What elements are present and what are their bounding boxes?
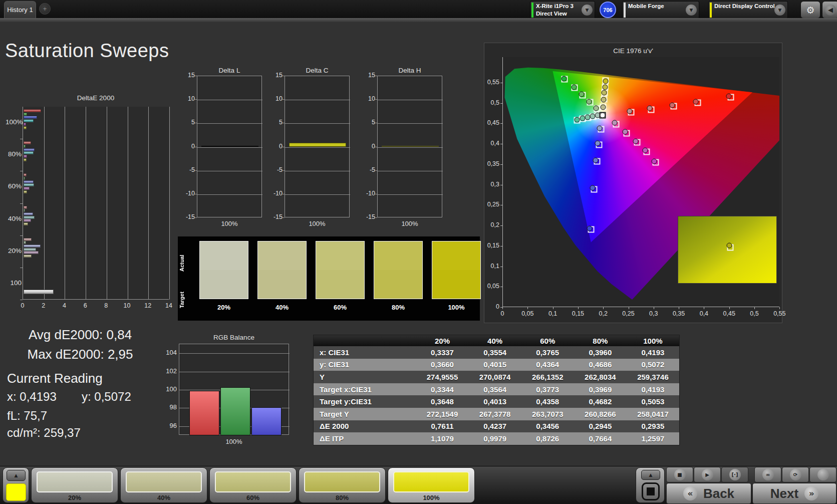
- settings-gear-button[interactable]: ⚙: [800, 1, 820, 19]
- y-tick-label: -15: [363, 213, 375, 220]
- table-cell: 1,2597: [627, 432, 679, 445]
- tab-history-1[interactable]: History 1: [4, 1, 36, 18]
- patch-tile-100%[interactable]: 100%: [388, 467, 475, 503]
- gridline: [285, 100, 350, 100]
- cie-point-yellow: [601, 97, 607, 102]
- y-tick-label: -10: [270, 190, 283, 197]
- swatch-target: [432, 270, 480, 299]
- x-axis-label: 100%: [285, 220, 350, 227]
- patch-list-up-button[interactable]: ▲: [7, 470, 26, 481]
- transport-continuous-button[interactable]: ∞: [754, 467, 781, 482]
- transport-play-button[interactable]: ▶: [694, 467, 721, 482]
- axis-tick: [20, 235, 23, 236]
- gridline: [179, 353, 290, 354]
- table-cell: 0,4686: [574, 359, 627, 371]
- next-button[interactable]: Next»: [752, 483, 836, 504]
- gridline: [197, 171, 262, 171]
- x-tick-label: 0: [493, 310, 511, 317]
- table-row: y: CIE310,36600,40150,43640,46860,5072: [314, 359, 679, 371]
- table-cell: 0,3765: [521, 346, 574, 359]
- y-tick-label: 5: [363, 119, 375, 126]
- page-title: Saturation Sweeps: [5, 40, 169, 62]
- avg-de2000: Avg dE2000: 0,84: [5, 327, 155, 343]
- swatch-label: 60%: [316, 304, 365, 311]
- x-tick-label: 8: [99, 302, 113, 309]
- chevron-down-icon[interactable]: ▼: [582, 5, 593, 16]
- back-button[interactable]: «Back: [666, 483, 751, 504]
- cie-point-red: [693, 99, 699, 104]
- device-label-line1: Direct Display Control: [714, 3, 775, 9]
- y-tick-label: 0,4: [481, 140, 499, 147]
- table-cell: 0,9979: [469, 432, 521, 445]
- x-axis-tick: [654, 307, 654, 309]
- gridline: [148, 107, 149, 300]
- table-header-cell: 60%: [521, 335, 574, 346]
- chevron-down-icon[interactable]: ▼: [774, 5, 785, 16]
- deltae-bar-green: [24, 209, 25, 212]
- patch-tile-40%[interactable]: 40%: [120, 467, 207, 503]
- table-header-cell: 20%: [416, 335, 468, 346]
- swatch-actual: [258, 241, 306, 270]
- deltae-bar-magenta: [24, 123, 26, 126]
- deltae2000-plot: [23, 107, 169, 300]
- group-label: 80%: [6, 150, 22, 158]
- continuous-icon: ∞: [762, 469, 774, 480]
- display-window-tile: ▲: [636, 467, 665, 503]
- gridline: [285, 171, 350, 171]
- deltae-bar-cyan: [24, 151, 34, 154]
- x-tick-label: 12: [141, 302, 155, 309]
- device-accent-bar: [624, 3, 626, 18]
- y-tick-label: 102: [163, 367, 177, 375]
- device-dropdown-mobile-forge[interactable]: Mobile Forge▼: [622, 1, 699, 19]
- device-accent-bar: [531, 3, 533, 18]
- deltae-bar-red: [24, 206, 27, 209]
- cie-point-red: [627, 108, 633, 114]
- add-tab-button[interactable]: +: [39, 3, 51, 15]
- patch-tile-20%[interactable]: 20%: [31, 467, 118, 503]
- y-tick-label: -15: [270, 213, 283, 220]
- cie-point-cyan: [580, 116, 585, 121]
- gridline: [378, 123, 443, 124]
- device-dropdown-x-rite-i1pro-3[interactable]: X-Rite i1Pro 3Direct View▼: [530, 1, 595, 19]
- table-cell: 0,4358: [521, 395, 574, 408]
- current-reading-y: y: 0,5072: [82, 390, 131, 404]
- pattern-window-icon[interactable]: [642, 482, 660, 500]
- x-tick-label: 0,3: [645, 310, 663, 317]
- actual-row-label: Actual: [179, 245, 187, 281]
- collapse-panel-button[interactable]: ◀: [822, 1, 837, 19]
- rgb-bar-red: [189, 391, 219, 435]
- transport-blank-button[interactable]: [809, 467, 836, 482]
- y-tick-label: 0: [363, 143, 375, 150]
- transport-loop-button[interactable]: ⟳: [782, 467, 809, 482]
- chevron-down-icon[interactable]: ▼: [686, 5, 697, 16]
- table-cell: 259,3746: [627, 371, 679, 383]
- y-axis-tick: [500, 144, 502, 144]
- bottom-control-bar: ▲20%40%60%80%100%▲■▶[·]∞⟳«BackNext»: [0, 466, 837, 504]
- table-row-label: x: CIE31: [314, 346, 416, 359]
- top-bar: History 1+X-Rite i1Pro 3Direct View▼Mobi…: [0, 0, 837, 18]
- measurement-table: 20%40%60%80%100%x: CIE310,33370,35540,37…: [313, 335, 680, 445]
- rgb-bar-blue: [251, 407, 282, 435]
- x-tick-label: 6: [78, 302, 92, 309]
- axis-tick: [195, 76, 197, 76]
- delta_c-title: Delta C: [285, 67, 350, 74]
- cie-point-blue: [593, 157, 599, 163]
- y-axis-tick: [500, 225, 502, 226]
- deltae2000-title: DeltaE 2000: [23, 94, 169, 102]
- cie-point-red: [726, 94, 731, 99]
- transport-stop-button[interactable]: ■: [666, 467, 693, 482]
- display-list-up-button[interactable]: ▲: [641, 470, 660, 480]
- x-axis-label: 100%: [179, 438, 289, 445]
- y-axis-tick: [500, 185, 502, 185]
- cie-point-magenta: [642, 148, 648, 153]
- axis-tick: [195, 147, 197, 147]
- gridline: [285, 147, 350, 148]
- transport-single-measure-button[interactable]: [·]: [721, 467, 748, 482]
- device-dropdown-direct-display-control[interactable]: Direct Display Control▼: [708, 1, 788, 19]
- gridline: [285, 194, 350, 195]
- table-row: Y274,9555270,0874266,1352262,8034259,374…: [314, 371, 679, 383]
- group-label: 100: [6, 279, 22, 287]
- table-cell: 0,2945: [574, 420, 627, 433]
- patch-tile-80%[interactable]: 80%: [299, 467, 386, 503]
- patch-tile-60%[interactable]: 60%: [209, 467, 297, 503]
